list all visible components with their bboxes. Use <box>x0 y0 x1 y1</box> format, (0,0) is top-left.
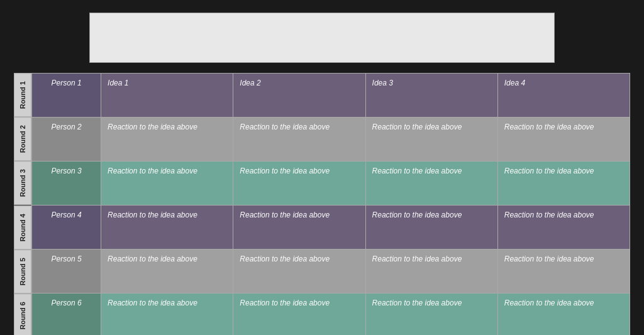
grid-table: Person 1Idea 1Idea 2Idea 3Idea 4Person 2… <box>31 73 630 335</box>
person-cell-1[interactable]: Person 1 <box>32 74 101 118</box>
cell-r4-c1[interactable]: Reaction to the idea above <box>101 206 233 250</box>
cell-r1-c2[interactable]: Idea 2 <box>233 74 365 118</box>
round-label-1: Round 1 <box>14 73 31 117</box>
table-row: Person 6Reaction to the idea aboveReacti… <box>32 294 630 336</box>
cell-r4-c3[interactable]: Reaction to the idea above <box>365 206 497 250</box>
person-cell-2[interactable]: Person 2 <box>32 118 101 162</box>
cell-r3-c4[interactable]: Reaction to the idea above <box>497 162 630 206</box>
round-label-6: Round 6 <box>14 294 31 335</box>
round-label-4: Round 4 <box>14 206 31 250</box>
cell-r2-c1[interactable]: Reaction to the idea above <box>101 118 233 162</box>
person-cell-3[interactable]: Person 3 <box>32 162 101 206</box>
table-row: Person 2Reaction to the idea aboveReacti… <box>32 118 630 162</box>
cell-r6-c3[interactable]: Reaction to the idea above <box>365 294 497 336</box>
cell-r6-c4[interactable]: Reaction to the idea above <box>497 294 630 336</box>
table-row: Person 1Idea 1Idea 2Idea 3Idea 4 <box>32 74 630 118</box>
question-box[interactable] <box>89 13 555 63</box>
cell-r6-c1[interactable]: Reaction to the idea above <box>101 294 233 336</box>
round-label-5: Round 5 <box>14 250 31 294</box>
cell-r1-c3[interactable]: Idea 3 <box>365 74 497 118</box>
cell-r3-c2[interactable]: Reaction to the idea above <box>233 162 365 206</box>
table-row: Person 4Reaction to the idea aboveReacti… <box>32 206 630 250</box>
cell-r1-c1[interactable]: Idea 1 <box>101 74 233 118</box>
brainwriting-table: Round 1Round 2Round 3Round 4Round 5Round… <box>14 73 630 335</box>
cell-r6-c2[interactable]: Reaction to the idea above <box>233 294 365 336</box>
cell-r3-c1[interactable]: Reaction to the idea above <box>101 162 233 206</box>
round-label-3: Round 3 <box>14 161 31 205</box>
round-label-2: Round 2 <box>14 117 31 161</box>
cell-r5-c4[interactable]: Reaction to the idea above <box>497 250 630 294</box>
person-cell-5[interactable]: Person 5 <box>32 250 101 294</box>
cell-r2-c4[interactable]: Reaction to the idea above <box>497 118 630 162</box>
round-labels: Round 1Round 2Round 3Round 4Round 5Round… <box>14 73 31 335</box>
table-row: Person 3Reaction to the idea aboveReacti… <box>32 162 630 206</box>
cell-r1-c4[interactable]: Idea 4 <box>497 74 630 118</box>
table-row: Person 5Reaction to the idea aboveReacti… <box>32 250 630 294</box>
cell-r2-c2[interactable]: Reaction to the idea above <box>233 118 365 162</box>
cell-r5-c1[interactable]: Reaction to the idea above <box>101 250 233 294</box>
cell-r5-c3[interactable]: Reaction to the idea above <box>365 250 497 294</box>
cell-r4-c2[interactable]: Reaction to the idea above <box>233 206 365 250</box>
cell-r2-c3[interactable]: Reaction to the idea above <box>365 118 497 162</box>
cell-r4-c4[interactable]: Reaction to the idea above <box>497 206 630 250</box>
person-cell-6[interactable]: Person 6 <box>32 294 101 336</box>
cell-r3-c3[interactable]: Reaction to the idea above <box>365 162 497 206</box>
cell-r5-c2[interactable]: Reaction to the idea above <box>233 250 365 294</box>
person-cell-4[interactable]: Person 4 <box>32 206 101 250</box>
